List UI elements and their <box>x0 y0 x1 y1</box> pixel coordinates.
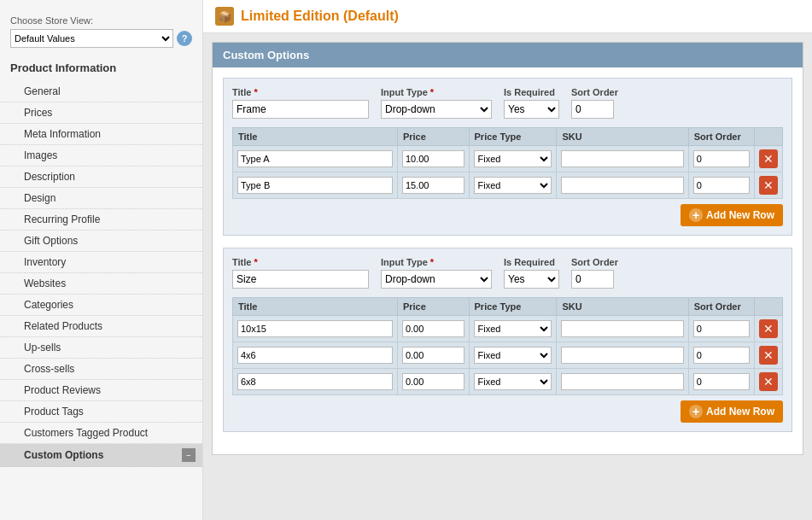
row-title-input[interactable] <box>237 150 393 167</box>
col-header-price-size: Price <box>397 298 469 316</box>
row-sku-input[interactable] <box>561 373 683 390</box>
row-price-type-select[interactable]: FixedPercent <box>474 320 552 337</box>
row-title-input[interactable] <box>237 373 393 390</box>
input-type-field-frame: Input Type * Drop-down Radio Buttons Che… <box>381 87 492 119</box>
row-sort-input[interactable] <box>693 320 750 337</box>
sidebar-item-categories[interactable]: Categories <box>0 295 202 316</box>
custom-options-label: Custom Options <box>24 449 103 461</box>
col-header-title-size: Title <box>233 298 398 316</box>
row-sort-input[interactable] <box>693 150 750 167</box>
option-block-size: Title * Input Type * Drop-down Radio But… <box>223 248 792 432</box>
sidebar-item-websites[interactable]: Websites <box>0 273 202 295</box>
col-header-delete <box>754 128 782 146</box>
sidebar-item-cross-sells[interactable]: Cross-sells <box>0 359 202 380</box>
store-view-label: Choose Store View: <box>10 15 192 26</box>
delete-row-button[interactable]: ✕ <box>759 319 778 338</box>
delete-row-button[interactable]: ✕ <box>759 346 778 365</box>
row-price-input[interactable] <box>402 347 464 364</box>
rows-table-size: Title Price Price Type SKU Sort Order <box>232 297 783 395</box>
sidebar: Choose Store View: Default Values ? Prod… <box>0 0 203 520</box>
sidebar-item-up-sells[interactable]: Up-sells <box>0 337 202 359</box>
sidebar-item-product-tags[interactable]: Product Tags <box>0 401 202 423</box>
sidebar-item-description[interactable]: Description <box>0 167 202 188</box>
row-sort-input[interactable] <box>693 373 750 390</box>
sidebar-item-gift-options[interactable]: Gift Options <box>0 231 202 252</box>
required-star-size-2: * <box>430 257 434 267</box>
row-price-type-select[interactable]: FixedPercent <box>474 177 552 194</box>
col-header-sort-size: Sort Order <box>688 298 754 316</box>
row-sort-input[interactable] <box>693 177 750 194</box>
add-new-row-button-size[interactable]: + Add New Row <box>681 400 783 423</box>
store-view-section: Choose Store View: Default Values ? <box>0 9 202 56</box>
title-input-size[interactable] <box>232 270 369 289</box>
is-required-label: Is Required <box>504 87 559 97</box>
is-required-field-frame: Is Required Yes No <box>504 87 559 119</box>
row-price-input[interactable] <box>402 320 464 337</box>
plus-icon: + <box>689 208 703 222</box>
sidebar-item-design[interactable]: Design <box>0 188 202 209</box>
row-sku-input[interactable] <box>561 177 683 194</box>
row-title-input[interactable] <box>237 177 393 194</box>
input-type-label: Input Type * <box>381 87 492 97</box>
delete-row-button[interactable]: ✕ <box>759 176 778 195</box>
help-icon[interactable]: ? <box>177 31 192 46</box>
sidebar-navigation: General Prices Meta Information Images D… <box>0 81 202 467</box>
sidebar-item-product-reviews[interactable]: Product Reviews <box>0 380 202 401</box>
sidebar-item-images[interactable]: Images <box>0 145 202 167</box>
is-required-label-size: Is Required <box>504 257 559 267</box>
row-sku-input[interactable] <box>561 347 683 364</box>
option-block-frame: Title * Input Type * Drop-down Radio But… <box>223 78 792 236</box>
row-price-input[interactable] <box>402 177 464 194</box>
add-row-label: Add New Row <box>706 209 774 221</box>
collapse-icon[interactable]: − <box>182 448 196 462</box>
plus-icon-size: + <box>689 405 703 418</box>
sidebar-item-general[interactable]: General <box>0 81 202 102</box>
sort-order-input-frame[interactable] <box>571 100 614 119</box>
row-price-type-select[interactable]: FixedPercent <box>474 347 552 364</box>
sidebar-item-recurring-profile[interactable]: Recurring Profile <box>0 209 202 231</box>
add-new-row-button-frame[interactable]: + Add New Row <box>681 204 783 226</box>
row-price-type-select[interactable]: FixedPercent <box>474 373 552 390</box>
row-price-input[interactable] <box>402 150 464 167</box>
title-input-frame[interactable] <box>232 100 369 119</box>
table-row: FixedPercent ✕ <box>233 369 783 395</box>
main-content: 📦 Limited Edition (Default) Custom Optio… <box>203 0 812 520</box>
table-row: FixedPercent ✕ <box>233 172 783 199</box>
row-price-input[interactable] <box>402 373 464 390</box>
section-body: Title * Input Type * Drop-down Radio But… <box>213 67 803 454</box>
row-sku-input[interactable] <box>561 150 683 167</box>
table-row: FixedPercent ✕ <box>233 316 783 342</box>
row-title-input[interactable] <box>237 347 393 364</box>
row-sort-input[interactable] <box>693 347 750 364</box>
input-type-select-size[interactable]: Drop-down Radio Buttons Checkbox Text Fi… <box>381 270 492 289</box>
col-header-sort: Sort Order <box>688 128 754 146</box>
row-title-input[interactable] <box>237 320 393 337</box>
input-type-select-frame[interactable]: Drop-down Radio Buttons Checkbox Text Fi… <box>381 100 492 119</box>
product-icon: 📦 <box>215 7 234 26</box>
sidebar-item-related-products[interactable]: Related Products <box>0 316 202 337</box>
required-star-2: * <box>430 87 434 97</box>
col-header-price-type-size: Price Type <box>469 298 557 316</box>
row-price-type-select[interactable]: FixedPercent <box>474 150 552 167</box>
option-header-row-frame: Title * Input Type * Drop-down Radio But… <box>232 87 783 119</box>
delete-row-button[interactable]: ✕ <box>759 372 778 391</box>
is-required-select-frame[interactable]: Yes No <box>504 100 559 119</box>
sidebar-item-meta-information[interactable]: Meta Information <box>0 124 202 145</box>
rows-table-frame: Title Price Price Type SKU Sort Order <box>232 127 783 199</box>
sidebar-item-prices[interactable]: Prices <box>0 102 202 124</box>
sidebar-item-customers-tagged-product[interactable]: Customers Tagged Product <box>0 423 202 444</box>
title-field-size: Title * <box>232 257 369 289</box>
is-required-select-size[interactable]: Yes No <box>504 270 559 289</box>
col-header-delete-size <box>754 298 782 316</box>
required-star-size: * <box>254 257 257 267</box>
title-field-frame: Title * <box>232 87 369 119</box>
product-information-heading: Product Information <box>0 56 202 81</box>
sort-order-input-size[interactable] <box>571 270 614 289</box>
delete-row-button[interactable]: ✕ <box>759 149 778 168</box>
col-header-sku: SKU <box>557 128 688 146</box>
sort-order-field-frame: Sort Order <box>571 87 618 119</box>
sidebar-item-inventory[interactable]: Inventory <box>0 252 202 273</box>
row-sku-input[interactable] <box>561 320 683 337</box>
sidebar-item-custom-options[interactable]: Custom Options − <box>0 444 202 467</box>
store-view-select[interactable]: Default Values <box>10 29 173 48</box>
